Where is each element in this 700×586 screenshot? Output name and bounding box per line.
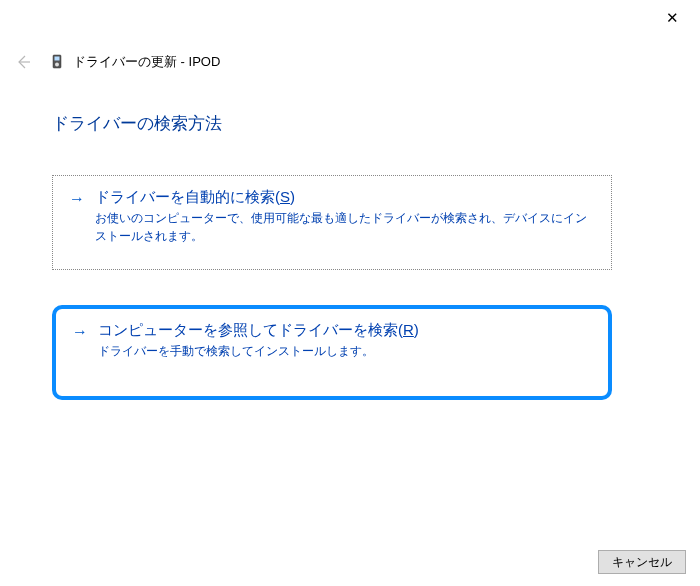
device-icon xyxy=(51,54,65,70)
title-area: ドライバーの更新 - IPOD xyxy=(51,53,220,71)
back-arrow-icon xyxy=(14,53,32,71)
page-heading: ドライバーの検索方法 xyxy=(52,113,222,135)
dialog-title: ドライバーの更新 - IPOD xyxy=(73,53,220,71)
svg-point-2 xyxy=(55,63,59,67)
back-button xyxy=(13,52,33,72)
svg-rect-1 xyxy=(55,57,60,61)
close-icon: ✕ xyxy=(666,9,679,27)
option-auto-description: お使いのコンピューターで、使用可能な最も適したドライバーが検索され、デバイスにイ… xyxy=(95,209,595,245)
option-row: → ドライバーを自動的に検索(S) お使いのコンピューターで、使用可能な最も適し… xyxy=(69,188,595,245)
option-auto-search[interactable]: → ドライバーを自動的に検索(S) お使いのコンピューターで、使用可能な最も適し… xyxy=(52,175,612,270)
option-manual-description: ドライバーを手動で検索してインストールします。 xyxy=(98,342,419,360)
option-manual-title: コンピューターを参照してドライバーを検索(R) xyxy=(98,321,419,340)
arrow-right-icon: → xyxy=(69,190,85,208)
header-row: ドライバーの更新 - IPOD xyxy=(13,52,220,72)
option-row: → コンピューターを参照してドライバーを検索(R) ドライバーを手動で検索してイ… xyxy=(72,321,592,360)
close-button[interactable]: ✕ xyxy=(656,6,688,30)
cancel-button[interactable]: キャンセル xyxy=(598,550,686,574)
option-manual-search[interactable]: → コンピューターを参照してドライバーを検索(R) ドライバーを手動で検索してイ… xyxy=(52,305,612,400)
arrow-right-icon: → xyxy=(72,323,88,341)
option-auto-title: ドライバーを自動的に検索(S) xyxy=(95,188,595,207)
option-text: コンピューターを参照してドライバーを検索(R) ドライバーを手動で検索してインス… xyxy=(98,321,419,360)
option-text: ドライバーを自動的に検索(S) お使いのコンピューターで、使用可能な最も適したド… xyxy=(95,188,595,245)
